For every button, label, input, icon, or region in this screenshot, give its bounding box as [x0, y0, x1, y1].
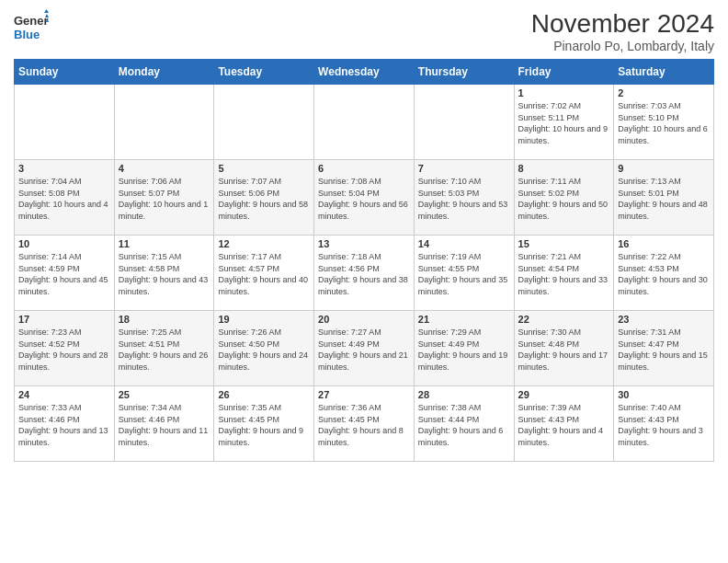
weekday-header-friday: Friday: [514, 60, 614, 85]
main-container: General Blue November 2024 Pinarolo Po, …: [0, 0, 728, 471]
calendar-cell: 26Sunrise: 7:35 AM Sunset: 4:45 PM Dayli…: [214, 386, 314, 462]
calendar-cell: 27Sunrise: 7:36 AM Sunset: 4:45 PM Dayli…: [314, 386, 415, 462]
day-number: 4: [119, 163, 210, 174]
day-number: 18: [119, 314, 210, 325]
calendar-cell: 1Sunrise: 7:02 AM Sunset: 5:11 PM Daylig…: [514, 85, 614, 160]
weekday-header-saturday: Saturday: [614, 60, 714, 85]
day-info: Sunrise: 7:06 AM Sunset: 5:07 PM Dayligh…: [119, 176, 210, 222]
calendar-cell: 16Sunrise: 7:22 AM Sunset: 4:53 PM Dayli…: [614, 236, 714, 311]
day-info: Sunrise: 7:38 AM Sunset: 4:44 PM Dayligh…: [418, 402, 510, 448]
day-info: Sunrise: 7:39 AM Sunset: 4:43 PM Dayligh…: [518, 402, 610, 448]
calendar-cell: 4Sunrise: 7:06 AM Sunset: 5:07 PM Daylig…: [114, 160, 214, 236]
day-number: 2: [618, 87, 710, 98]
day-info: Sunrise: 7:08 AM Sunset: 5:04 PM Dayligh…: [318, 176, 410, 222]
day-number: 3: [18, 163, 110, 174]
day-number: 1: [518, 87, 610, 98]
day-number: 9: [618, 163, 710, 174]
calendar-cell: 28Sunrise: 7:38 AM Sunset: 4:44 PM Dayli…: [414, 386, 514, 462]
calendar-cell: 5Sunrise: 7:07 AM Sunset: 5:06 PM Daylig…: [214, 160, 314, 236]
calendar-cell: 12Sunrise: 7:17 AM Sunset: 4:57 PM Dayli…: [214, 236, 314, 311]
day-info: Sunrise: 7:27 AM Sunset: 4:49 PM Dayligh…: [318, 327, 410, 373]
calendar-cell: [314, 85, 415, 160]
day-info: Sunrise: 7:04 AM Sunset: 5:08 PM Dayligh…: [18, 176, 110, 222]
calendar-cell: 8Sunrise: 7:11 AM Sunset: 5:02 PM Daylig…: [514, 160, 614, 236]
day-info: Sunrise: 7:23 AM Sunset: 4:52 PM Dayligh…: [18, 327, 110, 373]
calendar-cell: 2Sunrise: 7:03 AM Sunset: 5:10 PM Daylig…: [614, 85, 714, 160]
day-info: Sunrise: 7:31 AM Sunset: 4:47 PM Dayligh…: [618, 327, 710, 373]
day-number: 17: [18, 314, 110, 325]
calendar-cell: [214, 85, 314, 160]
day-number: 22: [518, 314, 610, 325]
day-info: Sunrise: 7:02 AM Sunset: 5:11 PM Dayligh…: [518, 100, 610, 146]
day-info: Sunrise: 7:29 AM Sunset: 4:49 PM Dayligh…: [418, 327, 510, 373]
location: Pinarolo Po, Lombardy, Italy: [531, 39, 714, 53]
day-info: Sunrise: 7:07 AM Sunset: 5:06 PM Dayligh…: [218, 176, 310, 222]
day-number: 25: [119, 389, 210, 400]
day-number: 26: [218, 389, 310, 400]
day-info: Sunrise: 7:19 AM Sunset: 4:55 PM Dayligh…: [418, 251, 510, 297]
day-info: Sunrise: 7:25 AM Sunset: 4:51 PM Dayligh…: [119, 327, 210, 373]
day-number: 23: [618, 314, 710, 325]
day-info: Sunrise: 7:11 AM Sunset: 5:02 PM Dayligh…: [518, 176, 610, 222]
calendar-cell: 25Sunrise: 7:34 AM Sunset: 4:46 PM Dayli…: [114, 386, 214, 462]
calendar-cell: 10Sunrise: 7:14 AM Sunset: 4:59 PM Dayli…: [15, 236, 115, 311]
day-number: 15: [518, 238, 610, 249]
day-info: Sunrise: 7:03 AM Sunset: 5:10 PM Dayligh…: [618, 100, 710, 146]
calendar-cell: 7Sunrise: 7:10 AM Sunset: 5:03 PM Daylig…: [414, 160, 514, 236]
calendar-cell: 6Sunrise: 7:08 AM Sunset: 5:04 PM Daylig…: [314, 160, 415, 236]
day-info: Sunrise: 7:14 AM Sunset: 4:59 PM Dayligh…: [18, 251, 110, 297]
day-info: Sunrise: 7:33 AM Sunset: 4:46 PM Dayligh…: [18, 402, 110, 448]
week-row-4: 17Sunrise: 7:23 AM Sunset: 4:52 PM Dayli…: [15, 311, 714, 386]
day-number: 28: [418, 389, 510, 400]
day-number: 29: [518, 389, 610, 400]
day-number: 5: [218, 163, 310, 174]
weekday-header-thursday: Thursday: [414, 60, 514, 85]
day-number: 16: [618, 238, 710, 249]
day-info: Sunrise: 7:30 AM Sunset: 4:48 PM Dayligh…: [518, 327, 610, 373]
day-info: Sunrise: 7:10 AM Sunset: 5:03 PM Dayligh…: [418, 176, 510, 222]
day-number: 13: [318, 238, 410, 249]
calendar-cell: 20Sunrise: 7:27 AM Sunset: 4:49 PM Dayli…: [314, 311, 415, 386]
day-info: Sunrise: 7:34 AM Sunset: 4:46 PM Dayligh…: [119, 402, 210, 448]
calendar-table: SundayMondayTuesdayWednesdayThursdayFrid…: [14, 59, 714, 462]
calendar-cell: 30Sunrise: 7:40 AM Sunset: 4:43 PM Dayli…: [614, 386, 714, 462]
calendar-cell: [114, 85, 214, 160]
week-row-5: 24Sunrise: 7:33 AM Sunset: 4:46 PM Dayli…: [15, 386, 714, 462]
day-info: Sunrise: 7:36 AM Sunset: 4:45 PM Dayligh…: [318, 402, 410, 448]
calendar-cell: [414, 85, 514, 160]
logo: General Blue: [14, 9, 49, 44]
logo-svg: General Blue: [14, 9, 49, 44]
svg-text:Blue: Blue: [14, 28, 40, 41]
weekday-header-sunday: Sunday: [15, 60, 115, 85]
header: General Blue November 2024 Pinarolo Po, …: [14, 9, 714, 53]
day-number: 6: [318, 163, 410, 174]
day-info: Sunrise: 7:21 AM Sunset: 4:54 PM Dayligh…: [518, 251, 610, 297]
calendar-cell: 11Sunrise: 7:15 AM Sunset: 4:58 PM Dayli…: [114, 236, 214, 311]
svg-marker-2: [44, 9, 49, 13]
day-info: Sunrise: 7:15 AM Sunset: 4:58 PM Dayligh…: [119, 251, 210, 297]
day-number: 30: [618, 389, 710, 400]
calendar-cell: 13Sunrise: 7:18 AM Sunset: 4:56 PM Dayli…: [314, 236, 415, 311]
day-number: 21: [418, 314, 510, 325]
calendar-cell: 23Sunrise: 7:31 AM Sunset: 4:47 PM Dayli…: [614, 311, 714, 386]
day-info: Sunrise: 7:26 AM Sunset: 4:50 PM Dayligh…: [218, 327, 310, 373]
day-number: 27: [318, 389, 410, 400]
calendar-cell: 9Sunrise: 7:13 AM Sunset: 5:01 PM Daylig…: [614, 160, 714, 236]
day-number: 7: [418, 163, 510, 174]
day-number: 11: [119, 238, 210, 249]
day-info: Sunrise: 7:22 AM Sunset: 4:53 PM Dayligh…: [618, 251, 710, 297]
weekday-header-wednesday: Wednesday: [314, 60, 415, 85]
calendar-cell: 14Sunrise: 7:19 AM Sunset: 4:55 PM Dayli…: [414, 236, 514, 311]
calendar-cell: 29Sunrise: 7:39 AM Sunset: 4:43 PM Dayli…: [514, 386, 614, 462]
calendar-cell: 17Sunrise: 7:23 AM Sunset: 4:52 PM Dayli…: [15, 311, 115, 386]
day-number: 24: [18, 389, 110, 400]
week-row-2: 3Sunrise: 7:04 AM Sunset: 5:08 PM Daylig…: [15, 160, 714, 236]
title-block: November 2024 Pinarolo Po, Lombardy, Ita…: [531, 9, 714, 53]
day-info: Sunrise: 7:18 AM Sunset: 4:56 PM Dayligh…: [318, 251, 410, 297]
day-info: Sunrise: 7:13 AM Sunset: 5:01 PM Dayligh…: [618, 176, 710, 222]
calendar-cell: 21Sunrise: 7:29 AM Sunset: 4:49 PM Dayli…: [414, 311, 514, 386]
weekday-header-monday: Monday: [114, 60, 214, 85]
day-number: 12: [218, 238, 310, 249]
svg-text:General: General: [14, 14, 49, 28]
day-number: 19: [218, 314, 310, 325]
